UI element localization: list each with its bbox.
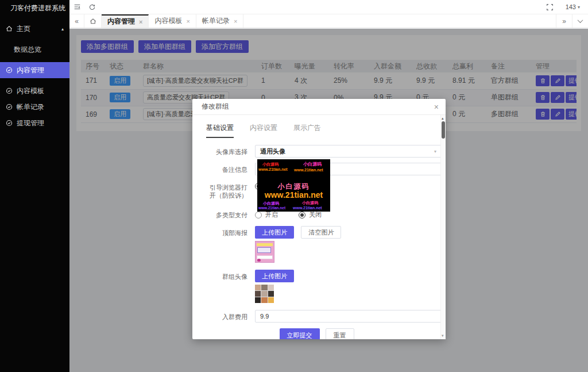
multi-pay-label: 多类型支付 — [206, 208, 247, 219]
scrollbar-thumb[interactable] — [442, 121, 445, 139]
note-label: 备注信息 — [206, 163, 247, 174]
watermark-text: www.21tian.net — [258, 206, 285, 210]
sidebar-item-data-overview[interactable]: 数据总览 — [0, 41, 69, 57]
close-icon[interactable]: × — [234, 18, 237, 25]
avatar-lib-label: 头像库选择 — [206, 145, 247, 156]
sidebar: 刀客付费进群系统 主页 ▴ 数据总览 内容管理 内容模板 — [0, 0, 69, 372]
sidebar-item-bill-record[interactable]: 帐单记录 — [0, 99, 69, 115]
group-avatar-thumbnail — [255, 285, 274, 303]
tabs-scroll-left-icon[interactable]: « — [69, 14, 84, 28]
tab-content-template[interactable]: 内容模板 × — [149, 14, 196, 28]
sidebar-item-label: 内容管理 — [17, 66, 44, 75]
zoom-level-value: 143 — [566, 3, 576, 10]
watermark-text: 小白源码 — [263, 201, 279, 205]
watermark-image: 小白源码 www.21tian.net 小白源码 www.21tian.net … — [257, 159, 330, 212]
scroll-up-icon[interactable]: ▴ — [442, 116, 444, 121]
watermark-text: www.21tian.net — [293, 206, 322, 210]
tab-label: 内容管理 — [107, 17, 135, 26]
pay-on-radio[interactable] — [255, 212, 262, 218]
tabbar-right: » — [556, 14, 588, 28]
pay-off-label: 关闭 — [309, 210, 322, 219]
join-fee-input[interactable] — [255, 310, 442, 323]
sidebar-item-content-template[interactable]: 内容模板 — [0, 83, 69, 99]
top-poster-label: 顶部海报 — [206, 226, 247, 237]
tab-label: 内容模板 — [154, 16, 182, 26]
home-icon — [90, 18, 96, 25]
sidebar-item-label: 内容模板 — [17, 86, 44, 96]
poster-thumbnail — [255, 241, 274, 263]
refresh-icon[interactable] — [84, 0, 99, 14]
close-icon[interactable]: × — [186, 18, 189, 25]
watermark-text: www.21tian.net — [258, 167, 288, 171]
menu-fold-icon[interactable] — [69, 0, 84, 14]
pay-on-label: 开启 — [265, 210, 278, 219]
avatar-lib-select[interactable]: 通用头像 ▾ — [255, 145, 442, 158]
upload-poster-button[interactable]: 上传图片 — [255, 226, 294, 239]
sidebar-item-content-manage[interactable]: 内容管理 — [0, 62, 69, 78]
submit-button[interactable]: 立即提交 — [280, 328, 320, 339]
topbar-right: 143 ▾ — [543, 0, 588, 14]
check-circle-icon — [6, 103, 13, 110]
watermark-text: 小白源码 — [262, 162, 278, 166]
scroll-down-icon[interactable]: ▾ — [442, 333, 444, 338]
close-icon[interactable]: × — [434, 103, 439, 111]
watermark-text: www.21tian.net — [265, 191, 323, 199]
modal-body: 基础设置 内容设置 展示广告 头像库选择 通用头像 ▾ 备注信息 — [192, 115, 446, 339]
check-circle-icon — [6, 67, 13, 74]
join-fee-label: 入群费用 — [206, 310, 247, 321]
watermark-text: 小白源码 — [303, 162, 322, 167]
sidebar-item-label: 数据总览 — [14, 45, 41, 55]
topbar: 143 ▾ — [69, 0, 588, 14]
modal-tab-content[interactable]: 内容设置 — [250, 123, 277, 138]
sidebar-item-label: 帐单记录 — [17, 102, 44, 112]
app-title: 刀客付费进群系统 — [0, 0, 69, 16]
reset-button[interactable]: 重置 — [326, 328, 354, 339]
watermark-text: 小白源码 — [302, 201, 318, 205]
avatar-lib-value: 通用头像 — [260, 147, 285, 156]
caret-up-icon[interactable]: ▴ — [61, 26, 64, 32]
modal-scrollbar[interactable]: ▴ ▾ — [440, 115, 446, 339]
modal-tab-basic[interactable]: 基础设置 — [206, 123, 234, 138]
tabs-menu-icon[interactable] — [572, 14, 588, 28]
fullscreen-icon[interactable] — [543, 0, 558, 14]
tabbar: « 内容管理 × 内容模板 × 帐单记录 × » — [69, 14, 588, 28]
caret-down-icon: ▾ — [578, 5, 580, 10]
clear-poster-button[interactable]: 清空图片 — [301, 226, 341, 239]
upload-avatar-button[interactable]: 上传图片 — [255, 270, 294, 282]
tab-home[interactable] — [84, 14, 102, 28]
close-icon[interactable]: × — [139, 18, 142, 25]
tabs-scroll-right-icon[interactable]: » — [556, 14, 572, 28]
sidebar-item-label: 主页 — [17, 24, 30, 34]
app-window: 刀客付费进群系统 主页 ▴ 数据总览 内容管理 内容模板 — [0, 0, 588, 372]
tab-label: 帐单记录 — [202, 16, 230, 26]
modal-tab-ads[interactable]: 展示广告 — [293, 123, 321, 138]
sidebar-item-withdraw-manage[interactable]: 提现管理 — [0, 115, 69, 131]
modal-tabs: 基础设置 内容设置 展示广告 — [206, 123, 427, 138]
caret-down-icon: ▾ — [434, 149, 436, 154]
tab-content-manage[interactable]: 内容管理 × — [102, 14, 149, 28]
check-circle-icon — [6, 120, 13, 126]
modal-title: 修改群组 — [202, 102, 229, 112]
watermark-text: www.21tian.net — [294, 168, 323, 172]
sidebar-item-label: 提现管理 — [17, 118, 44, 128]
zoom-level-dropdown[interactable]: 143 ▾ — [566, 3, 580, 10]
tab-bill-record[interactable]: 帐单记录 × — [196, 14, 243, 28]
sidebar-item-home[interactable]: 主页 ▴ — [0, 21, 69, 37]
modal-footer: 立即提交 重置 — [206, 328, 427, 339]
group-avatar-label: 群组头像 — [206, 270, 247, 281]
browser-open-label: 引导浏览器打开（防投诉） — [206, 181, 247, 200]
edit-group-modal: 修改群组 × 基础设置 内容设置 展示广告 头像库选择 通用头像 ▾ — [192, 99, 446, 339]
home-icon — [6, 25, 13, 32]
check-circle-icon — [6, 87, 13, 94]
pay-off-radio[interactable] — [299, 212, 305, 218]
modal-header: 修改群组 × — [192, 99, 446, 115]
watermark-text: 小白源码 — [278, 183, 310, 190]
